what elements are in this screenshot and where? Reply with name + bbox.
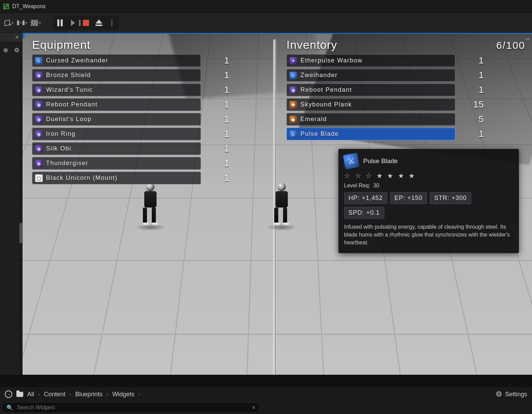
frame-advance-button[interactable] [67,17,79,29]
outliner-item[interactable]: or) [0,68,19,78]
step-forward-icon [71,20,75,26]
blueprints-button[interactable] [16,17,28,29]
outliner-item[interactable]: ticMesh [0,108,19,117]
tree-scrollbar-thumb[interactable] [19,223,22,243]
item-name: Skybound Plank [300,101,352,108]
outliner-item[interactable]: ticMesh [0,98,19,108]
outliner-tree[interactable]: or)ticMeshticMeshticMeshticMeshticMeshti… [0,58,22,375]
tree-scrollbar-track[interactable] [19,58,22,375]
gear-icon[interactable]: ⚙ [14,46,19,54]
inventory-slot[interactable]: ◉Reboot Pendant [286,84,455,96]
outliner-item[interactable]: meNetv [0,256,19,266]
equipment-slot-row: ◉Duelist's Loop1 [32,113,271,126]
equipment-slot-row: ◉Iron Ring1 [32,128,271,140]
outliner-item[interactable]: ticMesh [0,117,19,127]
breadcrumb-item[interactable]: Widgets [112,391,134,398]
chevron-right-icon: › [106,391,108,397]
inventory-slot[interactable]: ◆Emerald [286,113,455,126]
outliner-item[interactable]: der [0,157,19,167]
eject-button[interactable] [93,17,105,29]
close-icon[interactable]: × [15,34,19,41]
outliner-item[interactable]: ticMesh [0,127,19,137]
clear-search-icon[interactable]: × [252,404,255,411]
cb-resize-gap[interactable] [0,375,532,387]
outliner-item[interactable]: ticMesh [0,167,19,177]
main-workspace: × ⊕ ⚙ or)ticMeshticMeshticMeshticMeshtic… [0,33,532,375]
toolbar-left-group [3,17,42,29]
outliner-item[interactable]: D [0,286,19,296]
play-options-button[interactable] [106,17,118,29]
outliner-item[interactable]: t BP_N [0,226,19,236]
viewport-active-border [25,33,532,34]
pause-button[interactable] [54,17,66,29]
tooltip-level-req: Level Req: 30 [344,183,513,189]
outliner-item[interactable]: ticMesh [0,137,19,147]
equipment-slot[interactable]: ◉Thundergiser [32,157,201,170]
datatable-icon [3,4,9,9]
outliner-item[interactable]: meSess [0,266,19,276]
panel-tab-bar: × [0,33,22,42]
stat-chip: STR: +300 [430,192,471,204]
stop-button[interactable] [80,17,92,29]
item-quantity: 5 [463,114,484,125]
inventory-slot-row: ✦Etherpulse Warbow1 [286,54,525,67]
inventory-slot[interactable]: ✦Etherpulse Warbow [286,54,455,67]
breadcrumb-item[interactable]: Content [44,391,65,398]
cinematics-button[interactable] [30,17,42,29]
outliner-item[interactable]: ticMesh [0,78,19,88]
add-actor-button[interactable] [3,17,14,29]
search-input[interactable] [17,404,248,411]
equipment-slot[interactable]: ⚔Cursed Zweihander [32,54,201,67]
breadcrumb-item[interactable]: All [27,391,34,398]
item-name: Reboot Pendant [46,101,98,108]
outliner-item[interactable]: ticMesh [0,88,19,98]
outliner-item[interactable]: t BP_P [0,246,19,256]
content-search[interactable]: 🔍 × [1,402,261,413]
outliner-item[interactable]: meStat [0,276,19,286]
toolbar-separator [47,16,47,30]
equipment-slot[interactable]: ◉Bronze Shield [32,69,201,82]
outliner-item[interactable]: ticMesh [0,197,19,206]
item-icon: ⚔ [290,130,297,138]
outliner-item[interactable]: ticMesh [0,187,19,197]
equipment-slot[interactable]: ◉Reboot Pendant [32,98,201,111]
character-left [138,183,162,227]
item-name: Pulse Blade [300,130,339,138]
item-name: Silk Obi [46,145,71,152]
outliner-item[interactable]: ticleEv [0,296,19,305]
item-icon: ◉ [35,116,43,123]
nav-history-icon[interactable] [5,390,12,398]
outliner-item[interactable]: t BP_P [0,236,19,246]
item-name: Wizard's Tunic [46,86,93,94]
item-name: Black Unicorn (Mount) [46,174,118,182]
item-name: Duelist's Loop [46,116,92,123]
outliner-item[interactable] [0,58,19,68]
folder-icon[interactable] [16,392,23,397]
cb-settings-button[interactable]: ⚙ Settings [496,390,527,399]
character-right [270,183,294,227]
outliner-item[interactable]: ticMesh [0,147,19,157]
equipment-slot-row: ▢Black Unicorn (Mount)1 [32,172,271,184]
item-quantity: 1 [208,85,230,95]
inventory-slot[interactable]: ✚Skybound Plank [286,98,455,111]
inventory-slot[interactable]: ⚔Zweihander [286,69,455,82]
item-icon: ◉ [35,101,43,109]
inventory-slot[interactable]: ⚔Pulse Blade [286,128,455,140]
equipment-slot-row: ◉Thundergiser1 [32,157,271,170]
add-icon[interactable]: ⊕ [3,46,8,54]
outliner-item[interactable]: ontrolle [0,206,19,216]
equipment-slot[interactable]: ◉Iron Ring [32,128,201,140]
outliner-item[interactable]: t BP_G [0,216,19,226]
equipment-slot[interactable]: ◉Duelist's Loop [32,113,201,126]
outliner-item[interactable]: ticMesh [0,177,19,187]
game-viewport[interactable]: ⤢ Equipment ⚔Cursed Zweihander1◉Bronze S… [23,33,532,375]
item-icon: ⚔ [35,57,43,65]
eject-icon [95,19,102,26]
equipment-slot[interactable]: ◉Silk Obi [32,142,201,155]
equipment-slot-row: ◉Wizard's Tunic1 [32,84,271,96]
breadcrumb-item[interactable]: Blueprints [75,391,102,398]
equipment-slot[interactable]: ◉Wizard's Tunic [32,84,201,96]
item-quantity: 1 [463,129,484,139]
equipment-slot[interactable]: ▢Black Unicorn (Mount) [32,172,201,184]
item-quantity: 1 [463,55,484,66]
